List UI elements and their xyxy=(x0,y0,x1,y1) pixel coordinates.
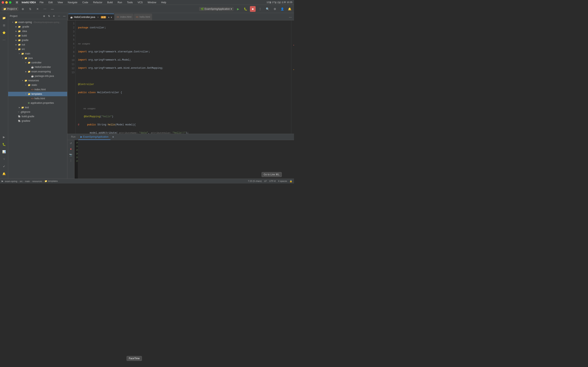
tab-examspringapplication[interactable]: ▶ ExamSpringApplication xyxy=(78,134,111,140)
menu-window[interactable]: Window xyxy=(146,1,158,4)
minimize-button[interactable] xyxy=(5,1,8,4)
breadcrumb-item[interactable]: main xyxy=(25,180,30,183)
tree-item-examspring[interactable]: ▶ 📁 exam.examspring xyxy=(8,69,67,74)
code-editor[interactable]: package controller; no usages import org… xyxy=(76,20,291,134)
editor-options-icon[interactable]: ⋯ xyxy=(287,15,293,20)
tree-item-gitignore[interactable]: ▶ ⑂ .gitignore xyxy=(8,110,67,114)
tree-item-package-info[interactable]: ▶ ☕ package-info.java xyxy=(8,74,67,78)
search-icon[interactable]: 🔍 xyxy=(265,6,270,12)
sidebar-item-bookmarks[interactable]: ⭐ xyxy=(1,29,7,36)
tree-item-idea[interactable]: ▶ 📁 .idea xyxy=(8,29,67,33)
tab-close-icon[interactable]: ✕ xyxy=(97,16,99,18)
encoding[interactable]: UTF-8 xyxy=(269,180,276,183)
maximize-button[interactable] xyxy=(9,1,11,4)
more-options-icon[interactable]: ⋯ xyxy=(58,15,60,17)
run-button[interactable]: ▶ xyxy=(235,6,241,12)
breadcrumb-item[interactable]: src xyxy=(20,180,23,183)
tree-item-templates[interactable]: ▾ 📁 templates xyxy=(8,92,67,96)
debug-button[interactable]: 🐛 xyxy=(242,6,248,12)
menu-refactor[interactable]: Refactor xyxy=(92,1,104,4)
close-button[interactable] xyxy=(2,1,4,4)
tree-item-build-gradle[interactable]: ▶ 🐘 build.gradle xyxy=(8,114,67,119)
breadcrumb-item[interactable]: resources xyxy=(32,180,42,183)
tree-item-build[interactable]: ▶ 📁 build xyxy=(8,33,67,38)
breadcrumb-item[interactable]: exam-spring xyxy=(5,180,17,183)
notification-icon[interactable]: 🔔 xyxy=(287,6,292,12)
sidebar-item-structure[interactable]: ⊞ xyxy=(1,22,7,29)
console-output[interactable]: 2023-12-17T22:23:28.775+09:00 INFO 7506 … xyxy=(75,140,78,179)
tree-item-gradlew[interactable]: ▶ 🐘 gradlew xyxy=(8,119,67,123)
statusbar-arrow[interactable]: ▶ xyxy=(2,180,3,183)
tree-item-hellocontroller[interactable]: ▶ ☕ HelloController xyxy=(8,65,67,69)
breadcrumb-item-templates[interactable]: 📁 templates xyxy=(44,180,58,183)
tree-item-out[interactable]: ▶ 📁 out xyxy=(8,42,67,47)
tab-run[interactable]: Run xyxy=(69,134,78,140)
menu-code[interactable]: Code xyxy=(81,1,89,4)
add-icon[interactable]: ⊕ xyxy=(43,15,45,17)
tree-item-test[interactable]: ▶ 📁 test xyxy=(8,105,67,110)
tree-item-root[interactable]: ▾ 📁 exam-spring ~/Desktop/study/exam-spr… xyxy=(8,20,67,25)
tab-hello-html[interactable]: <> hello.html xyxy=(134,14,152,20)
tree-item-src[interactable]: ▾ 📁 src xyxy=(8,47,67,51)
rerun-icon[interactable]: ↺ xyxy=(68,141,73,146)
screenshot-icon[interactable]: 📷 xyxy=(68,152,73,157)
close-panel-icon[interactable]: ✕ xyxy=(53,15,55,17)
tree-item-java[interactable]: ▾ 📁 java xyxy=(8,56,67,60)
menu-navigate[interactable]: Navigate xyxy=(67,1,79,4)
menu-help[interactable]: Help xyxy=(160,1,167,4)
navigate-arrows-icon[interactable]: ⇅ xyxy=(48,15,50,17)
settings-icon[interactable]: ⚙ xyxy=(272,6,278,12)
sidebar-item-more[interactable]: ⋯ xyxy=(1,37,7,43)
sidebar-item-debug[interactable]: 🐛 xyxy=(1,141,7,148)
minimize-panel-icon[interactable]: — xyxy=(49,6,55,12)
tree-item-gradle[interactable]: ▶ 📁 gradle xyxy=(8,38,67,42)
stop-button[interactable]: ■ xyxy=(250,6,256,12)
menu-vcs[interactable]: VCS xyxy=(136,1,144,4)
add-icon[interactable]: ⊕ xyxy=(20,6,26,12)
tree-item-app-properties[interactable]: ▶ ⚙ application.properties xyxy=(8,101,67,105)
apple-menu[interactable]: ⌘ xyxy=(16,1,18,4)
more-options-icon[interactable]: ⋯ xyxy=(42,6,48,12)
collapse-icon[interactable]: ∨ xyxy=(111,16,112,18)
menu-run[interactable]: Run xyxy=(116,1,123,4)
tree-item-hello-html[interactable]: ▶ <> hello.html xyxy=(8,96,67,101)
navigate-up-down-icon[interactable]: ⇅ xyxy=(27,6,33,12)
line-ending[interactable]: LF xyxy=(264,180,267,183)
user-icon[interactable]: 👤 xyxy=(279,6,285,12)
stop-icon[interactable]: ■ xyxy=(68,147,73,151)
sidebar-item-run[interactable]: ▶ xyxy=(1,134,7,140)
traffic-lights xyxy=(2,1,11,4)
tree-item-main[interactable]: ▾ 📁 main xyxy=(8,51,67,56)
sidebar-item-git[interactable]: ⑂ xyxy=(1,156,7,162)
project-view-toggle[interactable]: 📁 Project ▾ xyxy=(2,7,18,11)
menu-view[interactable]: View xyxy=(56,1,64,4)
tree-item-controller[interactable]: ▾ 📁 controller xyxy=(8,60,67,65)
menu-edit[interactable]: Edit xyxy=(47,1,54,4)
sidebar-item-notifications[interactable]: 🔔 xyxy=(1,170,7,177)
tree-item-static[interactable]: ▾ 📁 static xyxy=(8,83,67,87)
project-tree: ▾ 📁 exam-spring ~/Desktop/study/exam-spr… xyxy=(8,19,67,179)
sidebar-item-todo[interactable]: ✔ xyxy=(1,163,7,170)
menu-file[interactable]: File xyxy=(38,1,45,4)
indent[interactable]: 4 spaces xyxy=(278,180,287,183)
sidebar-item-profiler[interactable]: 📊 xyxy=(1,149,7,155)
tree-item-gradle-dir[interactable]: ▶ 📁 .gradle xyxy=(8,25,67,29)
run-configuration-selector[interactable]: 🌿 ExamSpringApplication ▾ xyxy=(199,7,233,11)
lock-icon[interactable]: 🔒 xyxy=(290,180,292,183)
close-panel-icon[interactable]: ✕ xyxy=(35,6,40,12)
tab-index-html[interactable]: <> index.html xyxy=(114,14,133,20)
menu-tools[interactable]: Tools xyxy=(126,1,134,4)
more-run-options-icon[interactable]: ⋮ xyxy=(257,6,263,12)
tab-hellocontroller[interactable]: ☕ HelloController.java ✕ ⚠ 2 ∧ ∨ xyxy=(68,14,114,20)
expand-icon[interactable]: ∧ xyxy=(108,16,109,18)
tab-close-run[interactable]: ✕ xyxy=(112,136,114,138)
tree-item-resources[interactable]: ▾ 📁 resources xyxy=(8,78,67,83)
more-icon[interactable]: ⋮ xyxy=(68,158,73,163)
tree-item-label: gradle xyxy=(22,39,28,42)
minimize-icon[interactable]: — xyxy=(63,15,66,17)
tree-item-index-html[interactable]: ▶ <> index.html xyxy=(8,87,67,92)
go-to-line-button[interactable]: Go to Line ⌘L xyxy=(261,172,282,177)
sidebar-item-project[interactable]: 📁 xyxy=(1,15,7,21)
cursor-position[interactable]: 7:23 (5 chars) xyxy=(248,180,262,183)
menu-build[interactable]: Build xyxy=(106,1,114,4)
